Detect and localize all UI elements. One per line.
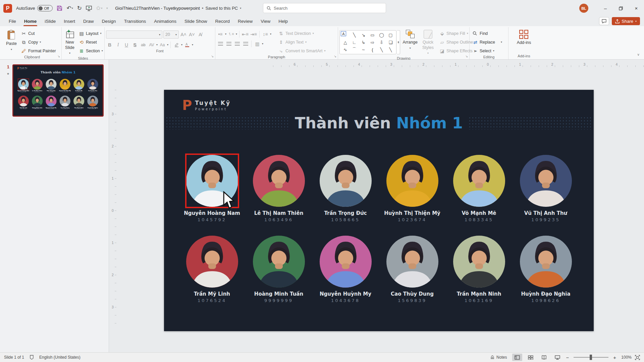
shape-rectangle-icon[interactable]: ▭: [368, 31, 377, 39]
tab-insert[interactable]: Insert: [60, 16, 79, 26]
member-avatar[interactable]: [520, 155, 572, 207]
shape-right-arrow-icon[interactable]: ⇨: [368, 39, 377, 46]
align-left-button[interactable]: [217, 40, 224, 47]
slide-thumbnail[interactable]: P Tuyệt Kỹ Powerpoint Thành viên Nhóm 1 …: [12, 64, 104, 117]
new-slide-button[interactable]: New Slide ▾: [63, 28, 76, 56]
copy-button[interactable]: ⧉Copy▾: [19, 39, 58, 46]
member-avatar[interactable]: [46, 79, 56, 89]
member-card[interactable]: Vũ Thị Anh Thư1099235: [86, 79, 100, 93]
shape-rounded-rectangle-icon[interactable]: ▢: [386, 31, 395, 39]
document-title[interactable]: GioiThieu12ThanhVien - Tuyetkypowerpoint…: [115, 6, 241, 11]
member-avatar[interactable]: [46, 96, 56, 106]
slide-title[interactable]: Thành viên Nhóm 1: [41, 70, 75, 74]
member-avatar[interactable]: [87, 79, 98, 89]
shape-oval-icon[interactable]: ◯: [377, 31, 386, 39]
align-center-button[interactable]: [225, 40, 232, 47]
member-card[interactable]: Cao Thùy Dung1569839: [58, 96, 72, 110]
member-card[interactable]: Cao Thùy Dung1569839: [379, 236, 446, 303]
find-button[interactable]: Find: [471, 30, 504, 37]
slide-canvas[interactable]: P Tuyệt Kỹ Powerpoint Thành viên Nhóm 1 …: [164, 90, 594, 331]
bullets-button[interactable]: •≡: [217, 31, 224, 38]
shape-brace-icon[interactable]: {: [368, 46, 377, 53]
slideshow-view-button[interactable]: [552, 354, 562, 361]
member-card[interactable]: Vũ Thị Anh Thư1099235: [513, 155, 579, 222]
shrink-font-button[interactable]: A˅: [188, 31, 196, 38]
align-right-button[interactable]: [233, 40, 241, 47]
member-avatar[interactable]: [32, 79, 43, 89]
member-avatar[interactable]: [73, 96, 84, 106]
tab-help[interactable]: Help: [274, 16, 292, 26]
notes-button[interactable]: Notes: [488, 354, 509, 360]
format-painter-button[interactable]: 🖉Format Painter: [19, 47, 58, 54]
shape-elbow-connector-icon[interactable]: ∟: [350, 39, 359, 46]
text-shadow-button[interactable]: S: [131, 41, 139, 48]
shape-elbow-arrow-icon[interactable]: ↳: [359, 39, 368, 46]
member-card[interactable]: Huỳnh Thị Thiện Mỹ1023674: [58, 79, 72, 93]
horizontal-ruler[interactable]: 6543210123456: [273, 62, 644, 68]
member-card[interactable]: Nguyễn Hoàng Nam1045792: [179, 155, 246, 222]
add-ins-button[interactable]: Add-ins: [515, 28, 533, 46]
member-card[interactable]: Huỳnh Đạo Nghĩa1098626: [86, 96, 100, 110]
minimize-button[interactable]: –: [598, 0, 613, 16]
tab-animations[interactable]: Animations: [150, 16, 180, 26]
restore-button[interactable]: [613, 0, 629, 16]
member-avatar[interactable]: [253, 155, 305, 207]
tab-file[interactable]: File: [5, 16, 20, 26]
tab-islide[interactable]: iSlide: [41, 16, 60, 26]
start-slideshow-button[interactable]: [86, 6, 92, 11]
drawing-dialog-launcher[interactable]: ↘: [465, 55, 468, 58]
shape-diagonal2-icon[interactable]: ╲: [386, 46, 395, 53]
member-card[interactable]: Huỳnh Thị Thiện Mỹ1023674: [379, 155, 446, 222]
vertical-ruler[interactable]: 3210123: [112, 60, 117, 352]
line-spacing-button[interactable]: ↕≡: [262, 31, 269, 38]
decrease-indent-button[interactable]: ⇤≡: [241, 31, 249, 38]
clear-formatting-button[interactable]: A̸: [197, 31, 204, 38]
font-name-combo[interactable]: ▾: [106, 31, 162, 39]
member-avatar[interactable]: [253, 236, 305, 288]
numbering-button[interactable]: ⒈≡: [227, 31, 235, 38]
normal-view-button[interactable]: [512, 354, 522, 361]
tab-review[interactable]: Review: [234, 16, 257, 26]
slide-sorter-button[interactable]: [526, 354, 536, 361]
quick-styles-button[interactable]: Quick Styles ▾: [420, 28, 436, 56]
clipboard-dialog-launcher[interactable]: ↘: [57, 55, 60, 58]
member-avatar[interactable]: [320, 155, 372, 207]
member-avatar[interactable]: [453, 236, 505, 288]
bold-button[interactable]: B: [106, 41, 113, 48]
member-card[interactable]: Trần Mỹ Linh1076524: [179, 236, 246, 303]
align-text-button[interactable]: ⇕Align Text▾: [277, 39, 327, 46]
member-avatar[interactable]: [18, 96, 29, 106]
save-button[interactable]: [57, 5, 62, 11]
animation-star-icon[interactable]: ★: [7, 72, 9, 75]
member-card[interactable]: Trần Mạnh Ninh1063169: [72, 96, 86, 110]
member-card[interactable]: Nguyễn Huỳnh My1043678: [312, 236, 379, 303]
undo-button[interactable]: ↶▾: [66, 5, 73, 11]
member-avatar[interactable]: [60, 79, 70, 89]
member-card[interactable]: Võ Mạnh Mẽ1083345: [72, 79, 86, 93]
shape-diagonal1-icon[interactable]: ╲: [377, 46, 386, 53]
user-avatar[interactable]: BL: [579, 4, 588, 13]
member-avatar[interactable]: [386, 236, 438, 288]
powerpoint-logo-icon[interactable]: P: [3, 4, 12, 13]
shape-callout-icon[interactable]: ❏: [386, 39, 395, 46]
shapes-scroll-button[interactable]: ⇟: [397, 30, 400, 54]
convert-smartart-button[interactable]: ⤷Convert to SmartArt▾: [277, 47, 327, 54]
member-avatar[interactable]: [73, 79, 84, 89]
member-card[interactable]: Huỳnh Đạo Nghĩa1098626: [513, 236, 579, 303]
redo-button[interactable]: ↻: [77, 5, 82, 11]
justify-button[interactable]: [242, 40, 249, 47]
arrange-button[interactable]: Arrange ▾: [401, 28, 420, 51]
shape-arrow-icon[interactable]: ↘: [359, 31, 368, 39]
member-avatar[interactable]: [520, 236, 572, 288]
shape-textbox-icon[interactable]: A: [341, 31, 346, 36]
qat-overflow-icon[interactable]: ▿: [106, 7, 108, 10]
tab-transitions[interactable]: Transitions: [120, 16, 150, 26]
collapse-ribbon-button[interactable]: ˅: [637, 53, 639, 57]
member-avatar[interactable]: [453, 155, 505, 207]
font-color-button[interactable]: A: [183, 41, 191, 48]
member-card[interactable]: Lê Thị Nam Thiên1063496: [30, 79, 44, 93]
member-card[interactable]: Nguyễn Hoàng Nam1045792: [16, 79, 30, 93]
shape-line-icon[interactable]: ╲: [350, 31, 359, 39]
change-case-button[interactable]: Aa: [159, 41, 166, 48]
fit-slide-button[interactable]: [635, 355, 640, 360]
